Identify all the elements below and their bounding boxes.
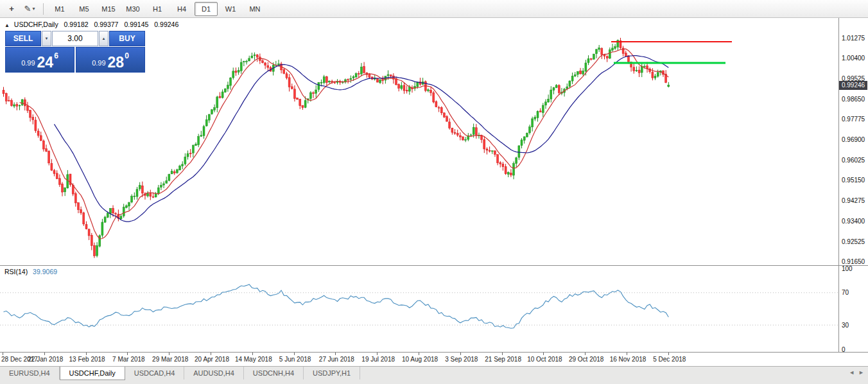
chart-legend: ▲ USDCHF,Daily 0.99182 0.99377 0.99145 0… xyxy=(4,21,178,28)
date-axis-tick xyxy=(668,353,669,355)
date-axis-tick xyxy=(294,353,295,355)
timeframe-button-h1[interactable]: H1 xyxy=(146,2,169,16)
chart-tab-usdjpy-h1[interactable]: USDJPY,H1 xyxy=(304,367,360,380)
date-axis-tick xyxy=(169,353,169,355)
chevron-down-icon: ▼ xyxy=(45,37,49,40)
date-axis-label: 27 Jun 2018 xyxy=(317,356,356,363)
chart-area: ▲ USDCHF,Daily 0.99182 0.99377 0.99145 0… xyxy=(0,18,868,352)
toolbar-separator xyxy=(43,3,44,15)
rsi-axis-label: 100 xyxy=(842,265,853,272)
tab-scroll-arrows: ◄ ► xyxy=(849,369,864,376)
rsi-label: RSI(14) xyxy=(4,268,28,275)
date-axis-label: 20 Apr 2018 xyxy=(192,356,232,363)
timeframe-button-h4[interactable]: H4 xyxy=(170,2,193,16)
price-axis-label: 0.93400 xyxy=(842,218,865,225)
date-axis-label: 3 Sep 2018 xyxy=(442,356,482,363)
legend-close: 0.99246 xyxy=(154,21,178,28)
sell-price-display[interactable]: 0.99 24 6 xyxy=(5,47,74,73)
rsi-axis-label: 30 xyxy=(842,322,849,329)
chevron-down-icon: ▾ xyxy=(32,6,35,12)
date-axis-tick xyxy=(585,353,586,355)
ma-line-fast[interactable] xyxy=(20,49,669,239)
legend-symbol: USDCHF,Daily xyxy=(14,21,58,28)
sell-price-big: 24 xyxy=(37,57,54,69)
timeframe-button-m15[interactable]: M15 xyxy=(97,2,120,16)
rsi-svg[interactable] xyxy=(0,266,838,352)
timeframe-button-w1[interactable]: W1 xyxy=(219,2,242,16)
date-axis-label: 29 Mar 2018 xyxy=(150,356,190,363)
chart-tab-audusd-h4[interactable]: AUDUSD,H4 xyxy=(184,367,244,380)
date-axis-label: 7 Mar 2018 xyxy=(108,356,148,363)
pencil-icon: ✎ xyxy=(24,4,31,13)
buy-price-display[interactable]: 0.99 28 0 xyxy=(76,47,145,73)
buy-price-pip: 0 xyxy=(125,51,129,60)
date-axis[interactable]: 28 Dec 201722 Jan 201813 Feb 20187 Mar 2… xyxy=(0,352,868,366)
timeframe-button-m30[interactable]: M30 xyxy=(121,2,144,16)
timeframe-button-d1[interactable]: D1 xyxy=(195,2,218,16)
date-axis-label: 22 Jan 2018 xyxy=(26,356,65,363)
volume-decrease-button[interactable]: ▼ xyxy=(42,31,51,46)
rsi-line xyxy=(4,284,669,328)
sell-price-pip: 6 xyxy=(54,51,58,60)
timeframe-button-mn[interactable]: MN xyxy=(243,2,266,16)
legend-open: 0.99182 xyxy=(64,21,89,28)
current-price-badge: 0.99246 xyxy=(839,81,867,90)
date-axis-tick xyxy=(44,353,45,355)
date-axis-tick xyxy=(3,353,3,355)
legend-high: 0.99377 xyxy=(94,21,119,28)
tab-scroll-right-icon[interactable]: ► xyxy=(858,369,864,376)
price-axis-label: 0.96900 xyxy=(842,136,865,143)
date-axis-tick xyxy=(86,353,87,355)
price-axis-label: 1.00400 xyxy=(842,55,865,62)
date-axis-label: 10 Oct 2018 xyxy=(525,356,564,363)
date-axis-tick xyxy=(627,353,627,355)
ma-line-slow[interactable] xyxy=(55,56,669,222)
date-axis-tick xyxy=(127,353,128,355)
date-axis-tick xyxy=(252,353,253,355)
price-axis-label: 0.97775 xyxy=(842,116,865,123)
drawing-tool-button[interactable]: ✎ ▾ xyxy=(21,1,38,17)
buy-price-prefix: 0.99 xyxy=(92,59,105,67)
date-axis-tick xyxy=(460,353,461,355)
buy-button[interactable]: BUY xyxy=(109,31,145,46)
chart-tabs: EURUSD,H4USDCHF,DailyUSDCAD,H4AUDUSD,H4U… xyxy=(0,367,360,380)
date-axis-label: 5 Dec 2018 xyxy=(650,356,690,363)
date-axis-tick xyxy=(419,353,419,355)
chevron-up-icon: ▲ xyxy=(102,37,106,40)
rsi-axis[interactable]: 10070300 xyxy=(839,266,868,352)
date-axis-label: 29 Oct 2018 xyxy=(566,356,606,363)
toolbar: + ✎ ▾ M1M5M15M30H1H4D1W1MN xyxy=(0,0,868,18)
chart-tab-usdchf-daily[interactable]: USDCHF,Daily xyxy=(60,367,125,380)
price-axis-label: 0.96025 xyxy=(842,157,865,164)
date-axis-tick xyxy=(335,353,336,355)
date-axis-label: 19 Jul 2018 xyxy=(358,356,398,363)
sell-button[interactable]: SELL xyxy=(5,31,41,46)
date-axis-label: 10 Aug 2018 xyxy=(400,356,440,363)
date-axis-tick xyxy=(211,353,211,355)
legend-low: 0.99145 xyxy=(124,21,148,28)
rsi-indicator-label: RSI(14) 39.9069 xyxy=(4,268,57,275)
price-axis-label: 0.95150 xyxy=(842,177,865,184)
rsi-value: 39.9069 xyxy=(33,268,57,275)
timeframe-button-m1[interactable]: M1 xyxy=(48,2,71,16)
timeframe-button-m5[interactable]: M5 xyxy=(73,2,96,16)
crosshair-icon: + xyxy=(9,4,14,13)
sell-price-prefix: 0.99 xyxy=(21,59,35,67)
collapse-arrow-icon[interactable]: ▲ xyxy=(4,22,10,28)
rsi-axis-label: 70 xyxy=(842,289,849,296)
date-axis-tick xyxy=(377,353,378,355)
chart-tab-bar: EURUSD,H4USDCHF,DailyUSDCAD,H4AUDUSD,H4U… xyxy=(0,366,868,384)
volume-input[interactable]: 3.00 xyxy=(52,31,98,46)
volume-increase-button[interactable]: ▲ xyxy=(99,31,108,46)
pane-separator[interactable] xyxy=(0,265,868,266)
date-axis-label: 16 Nov 2018 xyxy=(608,356,648,363)
one-click-trading-panel: SELL ▼ 3.00 ▲ BUY 0.99 24 6 0.99 28 0 xyxy=(5,31,145,73)
price-axis[interactable]: 0.99246 1.012751.004000.995250.986500.97… xyxy=(839,18,868,265)
mt4-window: { "toolbar": { "timeframes": ["M1","M5",… xyxy=(0,0,868,384)
crosshair-tool-button[interactable]: + xyxy=(3,1,20,17)
chart-tab-eurusd-h4[interactable]: EURUSD,H4 xyxy=(0,367,60,380)
chart-tab-usdcad-h4[interactable]: USDCAD,H4 xyxy=(125,367,185,380)
price-axis-label: 1.01275 xyxy=(842,35,865,42)
tab-scroll-left-icon[interactable]: ◄ xyxy=(849,369,855,376)
chart-tab-usdcnh-h4[interactable]: USDCNH,H4 xyxy=(244,367,304,380)
